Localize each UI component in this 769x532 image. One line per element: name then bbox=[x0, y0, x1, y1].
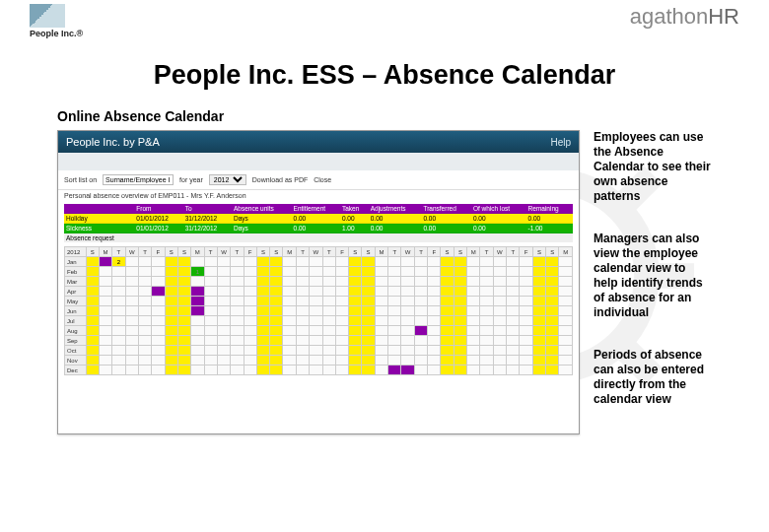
close-link[interactable]: Close bbox=[314, 176, 331, 183]
cal-row[interactable]: Jul bbox=[65, 316, 573, 326]
cal-row[interactable]: Jun bbox=[65, 306, 573, 316]
app-titlebar: People Inc. by P&A Help bbox=[58, 131, 579, 153]
table-row[interactable]: Absence request bbox=[64, 233, 573, 243]
table-row[interactable]: Holiday01/01/201231/12/2012Days0.000.000… bbox=[64, 214, 573, 224]
calendar-header: 2012 SMTWTFS SMTWTFS SMTWTFS SMTWTFS SMT… bbox=[65, 247, 573, 257]
summary-table: FromToAbsence unitsEntitlementTakenAdjus… bbox=[64, 204, 573, 242]
table-row[interactable]: Sickness01/01/201231/12/2012Days0.001.00… bbox=[64, 224, 573, 233]
cal-row[interactable]: Dec bbox=[65, 366, 573, 375]
help-link[interactable]: Help bbox=[550, 137, 571, 148]
summary-header-row: FromToAbsence unitsEntitlementTakenAdjus… bbox=[64, 204, 573, 214]
cal-row[interactable]: May bbox=[65, 297, 573, 306]
cal-row[interactable]: Feb1 bbox=[65, 267, 573, 277]
section-label: Online Absence Calendar bbox=[57, 108, 712, 124]
cal-row[interactable]: Aug bbox=[65, 326, 573, 336]
controls-row: Sort list on for year 2012 Download as P… bbox=[58, 170, 579, 190]
cal-row[interactable]: Nov bbox=[65, 356, 573, 366]
page-title: People Inc. ESS – Absence Calendar bbox=[0, 60, 769, 91]
logo-agathon: agathonHR bbox=[630, 4, 739, 30]
sort-label: Sort list on bbox=[64, 176, 97, 183]
sort-input[interactable] bbox=[103, 174, 174, 185]
logo-people-inc: People Inc.® bbox=[30, 4, 83, 38]
logo-right-b: HR bbox=[708, 4, 739, 29]
for-year-label: for year bbox=[179, 176, 203, 183]
cal-row[interactable]: Apr bbox=[65, 287, 573, 297]
overview-subtitle: Personal absence overview of EMP011 - Mr… bbox=[58, 190, 579, 201]
logo-left-caption: People Inc.® bbox=[30, 29, 83, 38]
app-screenshot: People Inc. by P&A Help Sort list on for… bbox=[57, 130, 580, 434]
year-select[interactable]: 2012 bbox=[209, 174, 246, 185]
desc-p3: Periods of absence can also be entered d… bbox=[594, 348, 712, 407]
desc-p2: Managers can also view the employee cale… bbox=[594, 232, 712, 320]
logo-right-a: agathon bbox=[630, 4, 709, 29]
app-toolbar bbox=[58, 153, 579, 170]
cal-row[interactable]: Sep bbox=[65, 336, 573, 346]
app-title: People Inc. by P&A bbox=[66, 136, 160, 148]
cal-row[interactable]: Oct bbox=[65, 346, 573, 356]
desc-p1: Employees can use the Absence Calendar t… bbox=[594, 130, 712, 204]
calendar-grid: 2012 SMTWTFS SMTWTFS SMTWTFS SMTWTFS SMT… bbox=[64, 246, 573, 375]
download-pdf-link[interactable]: Download as PDF bbox=[252, 176, 308, 183]
description-column: Employees can use the Absence Calendar t… bbox=[594, 130, 712, 434]
cal-row[interactable]: Mar bbox=[65, 277, 573, 287]
cal-row[interactable]: Jan bbox=[65, 257, 573, 267]
